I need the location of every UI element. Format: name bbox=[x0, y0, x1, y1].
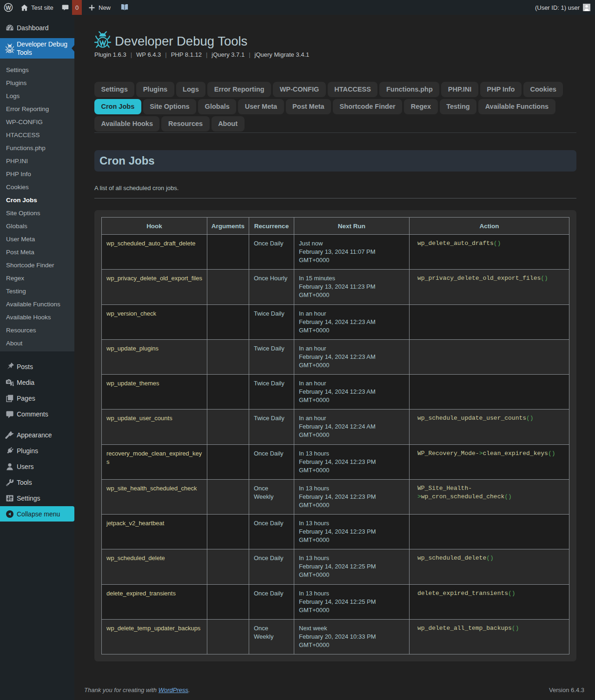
svg-text:W: W bbox=[6, 5, 11, 11]
